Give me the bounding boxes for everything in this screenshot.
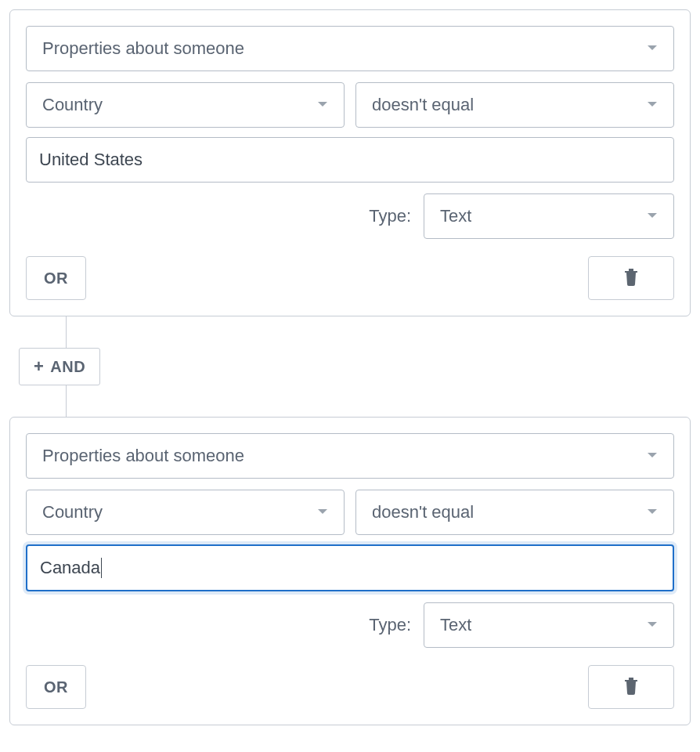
chevron-down-icon <box>642 45 658 52</box>
property-select[interactable]: Country <box>26 490 345 535</box>
trash-icon <box>623 267 639 289</box>
value-input[interactable]: Canada <box>26 544 674 591</box>
value-input[interactable]: United States <box>26 137 674 183</box>
type-select-value: Text <box>440 206 471 226</box>
type-select[interactable]: Text <box>424 193 674 239</box>
value-input-text: United States <box>39 138 143 182</box>
property-select-value: Country <box>42 95 103 115</box>
type-select[interactable]: Text <box>424 602 674 648</box>
property-select[interactable]: Country <box>26 82 345 128</box>
operator-select[interactable]: doesn't equal <box>355 82 674 128</box>
category-select[interactable]: Properties about someone <box>26 433 674 479</box>
connector-line <box>66 385 67 417</box>
or-button-label: OR <box>44 678 68 696</box>
delete-button[interactable] <box>588 665 674 709</box>
or-button[interactable]: OR <box>26 256 86 300</box>
category-select-value: Properties about someone <box>42 446 244 466</box>
property-select-value: Country <box>42 502 103 522</box>
chevron-down-icon <box>642 212 658 220</box>
operator-select-value: doesn't equal <box>372 502 474 522</box>
chevron-down-icon <box>642 101 658 109</box>
value-input-text: Canada <box>40 546 100 590</box>
condition-group: Properties about someone Country doesn't… <box>9 9 691 316</box>
delete-button[interactable] <box>588 256 674 300</box>
chevron-down-icon <box>312 101 328 109</box>
and-button-label: AND <box>50 358 85 376</box>
type-label: Type: <box>369 615 411 635</box>
type-label: Type: <box>369 206 411 226</box>
or-button[interactable]: OR <box>26 665 86 709</box>
chevron-down-icon <box>642 621 658 629</box>
category-select-value: Properties about someone <box>42 38 244 59</box>
chevron-down-icon <box>642 508 658 516</box>
add-and-button[interactable]: + AND <box>19 348 100 385</box>
connector-line <box>66 316 67 348</box>
operator-select-value: doesn't equal <box>372 95 474 115</box>
category-select[interactable]: Properties about someone <box>26 26 674 71</box>
or-button-label: OR <box>44 269 68 287</box>
condition-group: Properties about someone Country doesn't… <box>9 417 691 725</box>
chevron-down-icon <box>312 508 328 516</box>
group-joiner: + AND <box>9 316 691 417</box>
operator-select[interactable]: doesn't equal <box>355 490 674 535</box>
type-select-value: Text <box>440 615 471 635</box>
chevron-down-icon <box>642 452 658 460</box>
text-cursor <box>101 558 102 578</box>
plus-icon: + <box>34 358 44 375</box>
trash-icon <box>623 676 639 698</box>
